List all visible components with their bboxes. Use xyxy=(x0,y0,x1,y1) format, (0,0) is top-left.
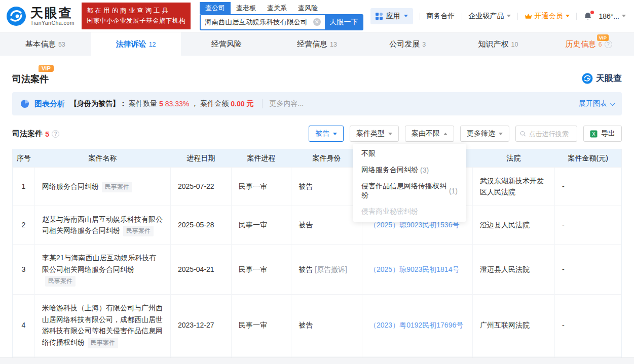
tab-business-risk[interactable]: 经营风险 xyxy=(181,32,272,56)
account-menu[interactable]: 186*... xyxy=(599,12,626,20)
enterprise-products-link[interactable]: 企业级产品 xyxy=(469,12,511,21)
table-search-input[interactable] xyxy=(529,130,573,138)
filter-row: 司法案件 5 ? 被告 案件类型 案由不限 更多筛选 xyxy=(12,126,622,142)
expand-chart-link[interactable]: 展开图表 xyxy=(579,99,614,108)
search-tab-risk[interactable]: 查风险 xyxy=(292,2,323,14)
court-cell: 澄迈县人民法院 xyxy=(473,245,555,295)
header-progress-date: 进程日期 xyxy=(171,149,232,168)
case-reason-filter-button[interactable]: 案由不限 xyxy=(405,126,454,142)
search-tab-boss[interactable]: 查老板 xyxy=(231,2,262,14)
filter-label: 案由不限 xyxy=(412,129,440,138)
date-cell: 2025-04-21 xyxy=(171,245,232,295)
case-number-link[interactable]: （2023）粤0192民初17696号 xyxy=(369,321,463,329)
tab-label: 经营信息 xyxy=(297,39,327,49)
export-button[interactable]: X 导出 xyxy=(583,126,622,142)
tab-legal-proceedings[interactable]: 法律诉讼 12 xyxy=(91,32,181,56)
caret-down-icon xyxy=(404,15,408,17)
case-count-label: 案件数量 xyxy=(129,99,157,108)
table-search-box xyxy=(515,126,577,142)
tab-intellectual-property[interactable]: 知识产权 10 xyxy=(453,32,544,56)
open-vip-link[interactable]: 开通会员 xyxy=(525,12,570,21)
amount-cell: - xyxy=(555,245,622,295)
case-amount-label: 案件金额 xyxy=(200,99,229,108)
case-name-cell: 米哈游科技（上海）有限公司与广州西山居网络科技有限公司，成都西山居世游科技有限公… xyxy=(35,295,171,356)
identity-cell: 被告 xyxy=(291,295,362,356)
process-cell: 民事一审 xyxy=(232,245,291,295)
date-cell: 2023-12-27 xyxy=(171,295,232,356)
case-name-cell: 网络服务合同纠纷民事案件 xyxy=(35,168,171,206)
process-cell: 民事一审 xyxy=(232,168,291,206)
process-cell: 民事一审 xyxy=(232,206,291,245)
tab-count: 13 xyxy=(330,41,337,48)
chart-analysis-label[interactable]: 图表分析 xyxy=(34,99,65,109)
case-count-percent: 83.33% xyxy=(165,100,189,108)
search-area: 查公司 查老板 查关系 查风险 ✕ 天眼一下 xyxy=(200,2,363,30)
header-case-amount: 案件金额(元) xyxy=(555,149,622,168)
top-nav: 应用 商务合作 企业级产品 开通会员 186*... xyxy=(370,8,626,24)
dropdown-item-trade-secret-dispute[interactable]: 侵害商业秘密纠纷 xyxy=(353,204,466,220)
tab-label: 公司发展 xyxy=(389,39,420,49)
case-tag: 民事案件 xyxy=(88,338,118,348)
dropdown-item-network-service-dispute[interactable]: 网络服务合同纠纷 (3) xyxy=(353,162,466,178)
seq-cell: 2 xyxy=(13,206,35,245)
tab-history-info[interactable]: VIP 历史信息 6 ? xyxy=(543,32,634,56)
caret-down-icon xyxy=(499,133,503,135)
case-amount-unit: 元 xyxy=(247,99,254,108)
search-tab-relation[interactable]: 查关系 xyxy=(262,2,292,14)
case-number-link[interactable]: （2025）琼9023民初1814号 xyxy=(369,265,459,273)
header-court: 法院 xyxy=(473,149,555,168)
header-case-name: 案件名称 xyxy=(35,149,171,168)
defendant-filter-button[interactable]: 被告 xyxy=(309,126,344,142)
brand-watermark-text: 天眼查 xyxy=(596,72,622,84)
business-cooperation-link[interactable]: 商务合作 xyxy=(427,12,455,21)
filter-label: 更多筛选 xyxy=(467,129,495,138)
case-amount-value: 0.00 xyxy=(231,100,244,108)
tab-company-development[interactable]: 公司发展 3 xyxy=(362,32,453,56)
help-icon[interactable]: ? xyxy=(605,41,612,48)
case-tag: 民事案件 xyxy=(123,226,154,236)
case-name-link[interactable]: 李某21与海南西山居互动娱乐科技有限公司相关网络服务合同纠纷 xyxy=(42,254,157,273)
divider xyxy=(462,13,462,20)
bottom-strip xyxy=(0,357,634,364)
help-icon[interactable]: ? xyxy=(52,130,59,138)
case-number-link[interactable]: （2025）琼9023民初1536号 xyxy=(369,221,459,229)
page-title: 司法案件 xyxy=(12,73,54,85)
search-icon xyxy=(520,130,526,137)
identity-cell: 被告 xyxy=(291,168,362,206)
dropdown-item-label: 不限 xyxy=(361,149,376,158)
vip-badge: VIP xyxy=(597,34,609,41)
logo-title: 天眼查 xyxy=(30,6,74,19)
caret-down-icon xyxy=(566,15,570,17)
promo-line2: 国家中小企业发展子基金旗下机构 xyxy=(87,16,185,26)
tab-label: 经营风险 xyxy=(211,39,242,49)
clear-icon[interactable]: ✕ xyxy=(313,18,321,26)
dropdown-item-unlimited[interactable]: 不限 xyxy=(353,146,466,162)
case-name-cell: 李某21与海南西山居互动娱乐科技有限公司相关网络服务合同纠纷民事案件 xyxy=(35,245,171,295)
promo-line1: 都在用的商业查询工具 xyxy=(87,6,185,16)
tianyancha-logo-icon xyxy=(6,6,26,26)
tianyancha-logo[interactable]: 天眼查 TianYanCha.com xyxy=(6,6,74,26)
search-button[interactable]: 天眼一下 xyxy=(325,14,363,30)
court-cell: 武汉东湖新技术开发区人民法院 xyxy=(473,168,555,206)
search-tab-company[interactable]: 查公司 xyxy=(200,2,231,14)
apps-button[interactable]: 应用 xyxy=(370,8,413,24)
table-row: 3 李某21与海南西山居互动娱乐科技有限公司相关网络服务合同纠纷民事案件 202… xyxy=(13,245,622,295)
more-filters-button[interactable]: 更多筛选 xyxy=(460,126,509,142)
notification-bell[interactable] xyxy=(583,12,592,21)
dropdown-item-info-network-dissemination-dispute[interactable]: 侵害作品信息网络传播权纠纷 (1) xyxy=(353,178,466,204)
header-case-progress: 案件进程 xyxy=(232,149,291,168)
case-number-cell: （2025）琼9023民初1814号 xyxy=(362,245,473,295)
main-content: VIP 司法案件 天眼查 图表分析 【身份为被告】： 案件数量 5 83.33%… xyxy=(0,56,634,364)
tab-business-info[interactable]: 经营信息 13 xyxy=(272,32,362,56)
dropdown-item-label: 侵害作品信息网络传播权纠纷 xyxy=(361,182,447,200)
tab-basic-info[interactable]: 基本信息 53 xyxy=(0,32,91,56)
caret-up-icon xyxy=(443,133,447,135)
notification-dot xyxy=(590,11,594,14)
case-name-cell: 赵某与海南西山居互动娱乐科技有限公司相关网络服务合同纠纷民事案件 xyxy=(35,206,171,245)
vip-badge: VIP xyxy=(39,65,54,72)
apps-label: 应用 xyxy=(386,12,400,21)
search-input[interactable] xyxy=(205,18,310,26)
case-type-filter-button[interactable]: 案件类型 xyxy=(350,126,399,142)
more-content-link[interactable]: 更多内容... xyxy=(262,99,304,108)
case-name-link[interactable]: 网络服务合同纠纷 xyxy=(42,182,99,190)
